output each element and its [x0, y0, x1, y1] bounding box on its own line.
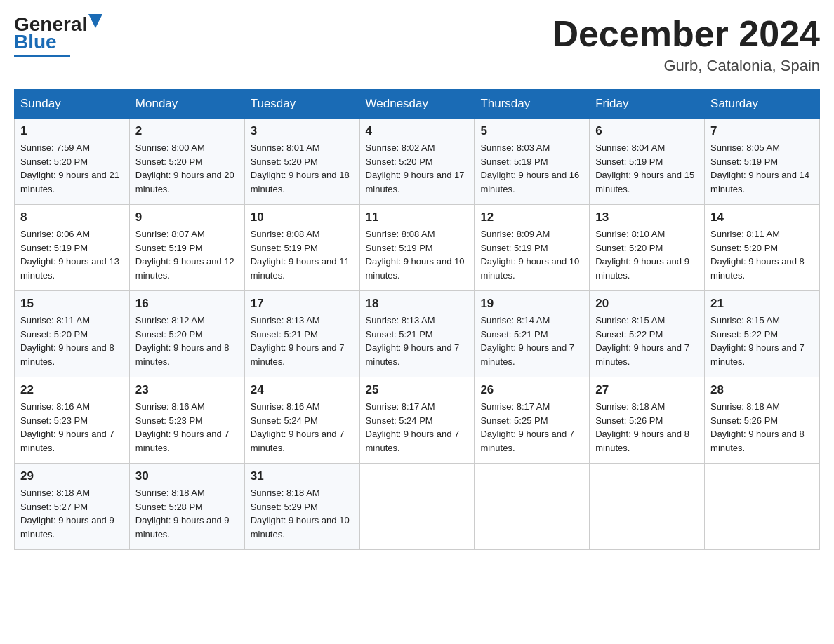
- day-number: 22: [20, 383, 124, 397]
- day-number: 14: [710, 210, 814, 224]
- table-row: 28 Sunrise: 8:18 AMSunset: 5:26 PMDaylig…: [705, 377, 820, 464]
- day-number: 20: [595, 297, 699, 311]
- calendar-table: Sunday Monday Tuesday Wednesday Thursday…: [14, 89, 820, 550]
- day-info: Sunrise: 8:04 AMSunset: 5:19 PMDaylight:…: [595, 142, 694, 194]
- table-row: 30 Sunrise: 8:18 AMSunset: 5:28 PMDaylig…: [129, 464, 244, 550]
- table-row: [475, 464, 590, 550]
- table-row: 8 Sunrise: 8:06 AMSunset: 5:19 PMDayligh…: [15, 205, 130, 291]
- day-number: 31: [251, 469, 354, 483]
- table-row: 7 Sunrise: 8:05 AMSunset: 5:19 PMDayligh…: [705, 119, 820, 205]
- day-number: 23: [135, 383, 239, 397]
- logo: General Blue: [14, 14, 102, 57]
- day-number: 17: [251, 297, 354, 311]
- calendar-week-row: 8 Sunrise: 8:06 AMSunset: 5:19 PMDayligh…: [15, 205, 820, 291]
- table-row: 21 Sunrise: 8:15 AMSunset: 5:22 PMDaylig…: [705, 291, 820, 377]
- day-number: 19: [480, 297, 583, 311]
- calendar-week-row: 22 Sunrise: 8:16 AMSunset: 5:23 PMDaylig…: [15, 377, 820, 464]
- day-number: 29: [20, 469, 124, 483]
- table-row: 15 Sunrise: 8:11 AMSunset: 5:20 PMDaylig…: [15, 291, 130, 377]
- day-info: Sunrise: 8:18 AMSunset: 5:26 PMDaylight:…: [710, 401, 805, 453]
- day-info: Sunrise: 8:10 AMSunset: 5:20 PMDaylight:…: [595, 229, 689, 281]
- col-saturday: Saturday: [705, 90, 820, 119]
- day-info: Sunrise: 8:13 AMSunset: 5:21 PMDaylight:…: [366, 315, 460, 367]
- table-row: 1 Sunrise: 7:59 AMSunset: 5:20 PMDayligh…: [15, 119, 130, 205]
- calendar-header-row: Sunday Monday Tuesday Wednesday Thursday…: [15, 90, 820, 119]
- day-number: 7: [710, 124, 814, 138]
- table-row: 27 Sunrise: 8:18 AMSunset: 5:26 PMDaylig…: [590, 377, 705, 464]
- day-info: Sunrise: 8:17 AMSunset: 5:24 PMDaylight:…: [366, 401, 460, 453]
- day-info: Sunrise: 8:05 AMSunset: 5:19 PMDaylight:…: [710, 142, 809, 194]
- table-row: 4 Sunrise: 8:02 AMSunset: 5:20 PMDayligh…: [359, 119, 475, 205]
- calendar-week-row: 15 Sunrise: 8:11 AMSunset: 5:20 PMDaylig…: [15, 291, 820, 377]
- day-info: Sunrise: 8:11 AMSunset: 5:20 PMDaylight:…: [710, 229, 805, 281]
- day-number: 3: [251, 124, 354, 138]
- day-info: Sunrise: 8:08 AMSunset: 5:19 PMDaylight:…: [251, 229, 350, 281]
- table-row: 23 Sunrise: 8:16 AMSunset: 5:23 PMDaylig…: [129, 377, 244, 464]
- day-info: Sunrise: 8:16 AMSunset: 5:23 PMDaylight:…: [20, 401, 114, 453]
- calendar-week-row: 1 Sunrise: 7:59 AMSunset: 5:20 PMDayligh…: [15, 119, 820, 205]
- day-number: 27: [595, 383, 699, 397]
- day-number: 30: [135, 469, 239, 483]
- table-row: 2 Sunrise: 8:00 AMSunset: 5:20 PMDayligh…: [129, 119, 244, 205]
- day-number: 28: [710, 383, 814, 397]
- title-area: December 2024 Gurb, Catalonia, Spain: [552, 14, 820, 75]
- day-info: Sunrise: 8:16 AMSunset: 5:23 PMDaylight:…: [135, 401, 230, 453]
- day-info: Sunrise: 8:03 AMSunset: 5:19 PMDaylight:…: [480, 142, 579, 194]
- table-row: [705, 464, 820, 550]
- table-row: 13 Sunrise: 8:10 AMSunset: 5:20 PMDaylig…: [590, 205, 705, 291]
- table-row: [359, 464, 475, 550]
- col-wednesday: Wednesday: [359, 90, 475, 119]
- day-number: 12: [480, 210, 583, 224]
- day-number: 16: [135, 297, 239, 311]
- day-info: Sunrise: 8:18 AMSunset: 5:27 PMDaylight:…: [20, 488, 114, 539]
- day-number: 2: [135, 124, 239, 138]
- day-info: Sunrise: 8:12 AMSunset: 5:20 PMDaylight:…: [135, 315, 230, 367]
- day-info: Sunrise: 8:17 AMSunset: 5:25 PMDaylight:…: [480, 401, 574, 453]
- day-number: 26: [480, 383, 583, 397]
- location: Gurb, Catalonia, Spain: [552, 57, 820, 75]
- table-row: 14 Sunrise: 8:11 AMSunset: 5:20 PMDaylig…: [705, 205, 820, 291]
- day-number: 1: [20, 124, 124, 138]
- table-row: 19 Sunrise: 8:14 AMSunset: 5:21 PMDaylig…: [475, 291, 590, 377]
- day-number: 18: [366, 297, 469, 311]
- page-header: General Blue December 2024 Gurb, Catalon…: [14, 14, 820, 75]
- day-info: Sunrise: 8:01 AMSunset: 5:20 PMDaylight:…: [251, 142, 350, 194]
- day-info: Sunrise: 8:11 AMSunset: 5:20 PMDaylight:…: [20, 315, 114, 367]
- table-row: 9 Sunrise: 8:07 AMSunset: 5:19 PMDayligh…: [129, 205, 244, 291]
- table-row: 17 Sunrise: 8:13 AMSunset: 5:21 PMDaylig…: [244, 291, 359, 377]
- day-info: Sunrise: 8:13 AMSunset: 5:21 PMDaylight:…: [251, 315, 345, 367]
- day-number: 8: [20, 210, 124, 224]
- day-number: 24: [251, 383, 354, 397]
- table-row: 11 Sunrise: 8:08 AMSunset: 5:19 PMDaylig…: [359, 205, 475, 291]
- month-title: December 2024: [552, 14, 820, 54]
- col-friday: Friday: [590, 90, 705, 119]
- day-info: Sunrise: 8:06 AMSunset: 5:19 PMDaylight:…: [20, 229, 119, 281]
- day-info: Sunrise: 8:09 AMSunset: 5:19 PMDaylight:…: [480, 229, 579, 281]
- day-number: 5: [480, 124, 583, 138]
- day-info: Sunrise: 8:02 AMSunset: 5:20 PMDaylight:…: [366, 142, 465, 194]
- table-row: 5 Sunrise: 8:03 AMSunset: 5:19 PMDayligh…: [475, 119, 590, 205]
- calendar-week-row: 29 Sunrise: 8:18 AMSunset: 5:27 PMDaylig…: [15, 464, 820, 550]
- table-row: 22 Sunrise: 8:16 AMSunset: 5:23 PMDaylig…: [15, 377, 130, 464]
- table-row: 31 Sunrise: 8:18 AMSunset: 5:29 PMDaylig…: [244, 464, 359, 550]
- day-info: Sunrise: 8:07 AMSunset: 5:19 PMDaylight:…: [135, 229, 234, 281]
- table-row: 16 Sunrise: 8:12 AMSunset: 5:20 PMDaylig…: [129, 291, 244, 377]
- table-row: 29 Sunrise: 8:18 AMSunset: 5:27 PMDaylig…: [15, 464, 130, 550]
- day-number: 6: [595, 124, 699, 138]
- day-info: Sunrise: 7:59 AMSunset: 5:20 PMDaylight:…: [20, 142, 119, 194]
- day-number: 9: [135, 210, 239, 224]
- col-monday: Monday: [129, 90, 244, 119]
- table-row: 10 Sunrise: 8:08 AMSunset: 5:19 PMDaylig…: [244, 205, 359, 291]
- day-info: Sunrise: 8:14 AMSunset: 5:21 PMDaylight:…: [480, 315, 574, 367]
- table-row: 18 Sunrise: 8:13 AMSunset: 5:21 PMDaylig…: [359, 291, 475, 377]
- day-number: 10: [251, 210, 354, 224]
- day-number: 13: [595, 210, 699, 224]
- table-row: 25 Sunrise: 8:17 AMSunset: 5:24 PMDaylig…: [359, 377, 475, 464]
- logo-text-blue: Blue: [14, 32, 57, 52]
- table-row: [590, 464, 705, 550]
- day-info: Sunrise: 8:18 AMSunset: 5:26 PMDaylight:…: [595, 401, 689, 453]
- day-info: Sunrise: 8:15 AMSunset: 5:22 PMDaylight:…: [595, 315, 689, 367]
- table-row: 26 Sunrise: 8:17 AMSunset: 5:25 PMDaylig…: [475, 377, 590, 464]
- logo-line: [14, 55, 70, 57]
- table-row: 12 Sunrise: 8:09 AMSunset: 5:19 PMDaylig…: [475, 205, 590, 291]
